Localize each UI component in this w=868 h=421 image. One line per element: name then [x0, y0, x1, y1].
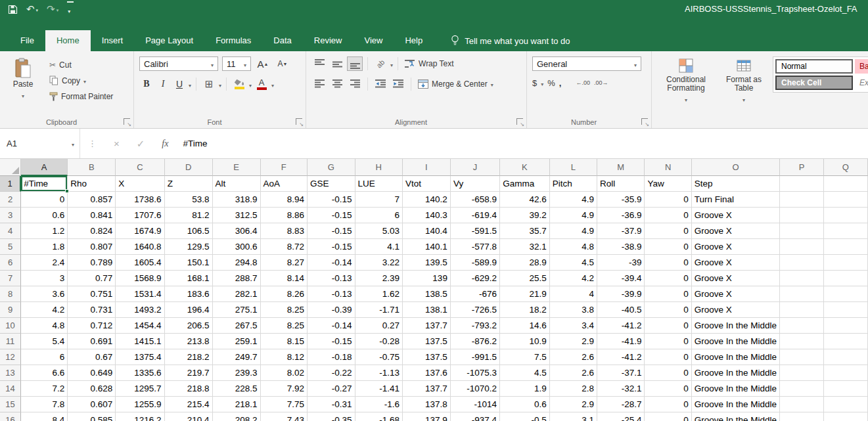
cell-G13[interactable]: -0.22 — [308, 365, 355, 381]
cell-E6[interactable]: 294.8 — [213, 255, 261, 271]
column-header-H[interactable]: H — [355, 159, 403, 176]
cell-N12[interactable]: 0 — [645, 349, 691, 365]
cell-H1[interactable]: LUE — [355, 176, 403, 192]
row-header-13[interactable]: 13 — [0, 365, 21, 381]
cell-F1[interactable]: AoA — [261, 176, 308, 192]
redo-button[interactable]: ↷ — [47, 3, 58, 16]
cell-D13[interactable]: 219.7 — [165, 365, 213, 381]
cell-C16[interactable]: 1216.2 — [116, 412, 164, 421]
number-format-combo[interactable]: General — [532, 56, 641, 71]
cell-B1[interactable]: Rho — [68, 176, 116, 192]
name-box-dropdown-icon[interactable] — [72, 139, 74, 148]
tab-help[interactable]: Help — [394, 30, 434, 51]
cell-N4[interactable]: 0 — [645, 223, 691, 239]
copy-dropdown-icon[interactable] — [83, 76, 86, 85]
row-header-2[interactable]: 2 — [0, 192, 21, 208]
cell-E13[interactable]: 239.3 — [213, 365, 261, 381]
cell-H2[interactable]: 7 — [355, 192, 403, 208]
column-header-B[interactable]: B — [68, 159, 116, 176]
cell-Q1[interactable] — [824, 176, 868, 192]
cell-I5[interactable]: 140.1 — [403, 239, 451, 255]
paste-dropdown-icon[interactable] — [22, 91, 24, 100]
underline-dropdown-icon[interactable] — [189, 78, 191, 90]
row-header-7[interactable]: 7 — [0, 271, 21, 286]
font-size-combo[interactable]: 11 — [222, 56, 251, 71]
format-painter-button[interactable]: Format Painter — [47, 89, 115, 103]
cell-E12[interactable]: 249.7 — [213, 349, 261, 365]
cell-P10[interactable] — [780, 318, 824, 334]
cell-H12[interactable]: -0.75 — [355, 349, 403, 365]
column-header-J[interactable]: J — [451, 159, 500, 176]
cell-A6[interactable]: 2.4 — [21, 255, 68, 271]
cell-K14[interactable]: 1.9 — [500, 381, 550, 397]
cell-J2[interactable]: -658.9 — [451, 192, 500, 208]
cell-P6[interactable] — [780, 255, 824, 271]
cell-B5[interactable]: 0.807 — [68, 239, 116, 255]
cell-E15[interactable]: 218.1 — [213, 397, 261, 412]
cell-O13[interactable]: Groove In the Middle — [692, 365, 780, 381]
column-header-F[interactable]: F — [261, 159, 308, 176]
cell-C7[interactable]: 1568.9 — [116, 271, 164, 286]
cell-Q11[interactable] — [824, 334, 868, 349]
cell-A2[interactable]: 0 — [21, 192, 68, 208]
cell-O10[interactable]: Groove In the Middle — [692, 318, 780, 334]
cell-N1[interactable]: Yaw — [645, 176, 691, 192]
cell-K9[interactable]: 18.2 — [500, 302, 550, 318]
cell-E16[interactable]: 208.2 — [213, 412, 261, 421]
cell-G16[interactable]: -0.35 — [308, 412, 355, 421]
cell-H14[interactable]: -1.41 — [355, 381, 403, 397]
column-header-L[interactable]: L — [550, 159, 597, 176]
accounting-dropdown-icon[interactable] — [541, 77, 543, 89]
cell-K4[interactable]: 35.7 — [500, 223, 550, 239]
cell-D7[interactable]: 168.1 — [165, 271, 213, 286]
cell-F5[interactable]: 8.72 — [261, 239, 308, 255]
tab-review[interactable]: Review — [303, 30, 354, 51]
cell-J5[interactable]: -577.8 — [451, 239, 500, 255]
cell-F13[interactable]: 8.02 — [261, 365, 308, 381]
cell-A7[interactable]: 3 — [21, 271, 68, 286]
cell-N10[interactable]: 0 — [645, 318, 691, 334]
cell-J7[interactable]: -629.2 — [451, 271, 500, 286]
cell-M11[interactable]: -41.9 — [597, 334, 645, 349]
cell-L5[interactable]: 4.8 — [550, 239, 597, 255]
wrap-text-button[interactable]: Wrap Text — [403, 57, 456, 71]
cell-I15[interactable]: 137.8 — [403, 397, 451, 412]
cell-I1[interactable]: Vtot — [403, 176, 451, 192]
cell-N11[interactable]: 0 — [645, 334, 691, 349]
cell-H6[interactable]: 3.22 — [355, 255, 403, 271]
cell-M3[interactable]: -36.9 — [597, 208, 645, 223]
cell-L15[interactable]: 2.9 — [550, 397, 597, 412]
column-header-A[interactable]: A — [21, 159, 68, 176]
cell-N8[interactable]: 0 — [645, 286, 691, 302]
cell-Q10[interactable] — [824, 318, 868, 334]
cell-K1[interactable]: Gamma — [500, 176, 550, 192]
cell-Q7[interactable] — [824, 271, 868, 286]
cell-E11[interactable]: 259.1 — [213, 334, 261, 349]
cell-B8[interactable]: 0.751 — [68, 286, 116, 302]
name-box[interactable]: A1 — [0, 129, 80, 158]
cell-A13[interactable]: 6.6 — [21, 365, 68, 381]
cell-H15[interactable]: -1.6 — [355, 397, 403, 412]
column-header-D[interactable]: D — [165, 159, 213, 176]
cell-J16[interactable]: -937.4 — [451, 412, 500, 421]
cell-H3[interactable]: 6 — [355, 208, 403, 223]
cell-M8[interactable]: -39.9 — [597, 286, 645, 302]
cell-Q13[interactable] — [824, 365, 868, 381]
cell-A5[interactable]: 1.8 — [21, 239, 68, 255]
row-header-8[interactable]: 8 — [0, 286, 21, 302]
font-name-dropdown-icon[interactable] — [207, 59, 214, 69]
cell-L6[interactable]: 4.5 — [550, 255, 597, 271]
cell-F4[interactable]: 8.83 — [261, 223, 308, 239]
fill-handle[interactable] — [65, 189, 69, 193]
cell-F10[interactable]: 8.25 — [261, 318, 308, 334]
cell-A12[interactable]: 6 — [21, 349, 68, 365]
tab-page-layout[interactable]: Page Layout — [134, 30, 204, 51]
cell-J10[interactable]: -793.2 — [451, 318, 500, 334]
cell-K11[interactable]: 10.9 — [500, 334, 550, 349]
cell-O2[interactable]: Turn Final — [692, 192, 780, 208]
cell-P7[interactable] — [780, 271, 824, 286]
cell-L14[interactable]: 2.8 — [550, 381, 597, 397]
cell-P1[interactable] — [780, 176, 824, 192]
cell-L11[interactable]: 2.9 — [550, 334, 597, 349]
cell-B6[interactable]: 0.789 — [68, 255, 116, 271]
